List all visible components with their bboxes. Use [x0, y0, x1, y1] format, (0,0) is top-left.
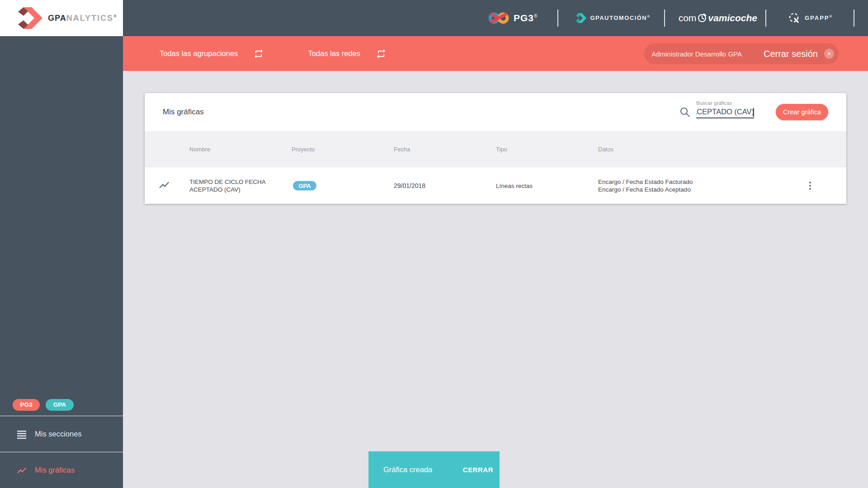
column-header-tipo: Tipo	[496, 145, 507, 152]
gpautomocion-logo[interactable]: GPAUTOMOCIÓN®	[576, 13, 650, 23]
page-title: Mis gráficas	[163, 108, 204, 117]
sidebar-item-mis-secciones[interactable]: Mis secciones	[0, 416, 123, 452]
comprovamicoche-logo[interactable]: com vamicoche	[679, 13, 757, 23]
search-field-label: Buscar gráficas	[696, 100, 754, 106]
logo-reg: ®	[113, 14, 117, 19]
comprova-post: vamicoche	[708, 13, 757, 23]
current-user-label: Administrador Desarrollo GPA	[651, 50, 742, 58]
row-type: Líneas rectas	[496, 182, 533, 189]
logo-bold: GPA	[48, 14, 66, 23]
menu-lines-icon	[16, 429, 27, 440]
gpautomocion-label: GPAUTOMOCIÓN®	[590, 14, 650, 21]
header-divider	[854, 9, 854, 27]
sidebar-item-label: Mis gráficas	[35, 466, 75, 474]
search-input-value: ACEPTADO (CAV)	[696, 108, 754, 116]
gpapp-label: GPAPP®	[805, 14, 833, 21]
text-caret	[753, 108, 754, 117]
line-chart-icon	[16, 465, 27, 476]
sidebar-item-label: Mis secciones	[35, 430, 82, 438]
logo-light: NALYTICS	[66, 14, 113, 23]
sidebar-badges: PG3 GPA	[0, 394, 123, 416]
swap-networks-icon[interactable]	[376, 48, 387, 59]
clock-icon	[697, 13, 707, 23]
groupings-filter[interactable]: Todas las agrupaciones	[160, 49, 238, 58]
charts-card: Mis gráficas Buscar gráficas ACEPTADO (C…	[145, 93, 846, 204]
create-chart-button[interactable]: Crear gráfica	[776, 104, 828, 120]
snackbar-message: Gráfica creada	[383, 465, 432, 474]
column-header-nombre: Nombre	[189, 145, 210, 152]
app-header: PG3® GPAUTOMOCIÓN® com vamicoche	[123, 0, 868, 36]
project-badge: GPA	[293, 181, 316, 190]
gpapp-magnifier-icon	[788, 12, 801, 24]
search-icon[interactable]	[679, 106, 691, 118]
table-header: Nombre Proyecto Fecha Tipo Datos	[145, 131, 846, 167]
session-pill: Administrador Desarrollo GPA Cerrar sesi…	[644, 43, 839, 64]
row-project: GPA	[293, 181, 316, 190]
gpapp-logo[interactable]: GPAPP®	[788, 12, 833, 24]
filter-bar: Todas las agrupaciones Todas las redes A…	[123, 36, 868, 71]
comprova-pre: com	[679, 13, 697, 23]
column-header-proyecto: Proyecto	[292, 145, 315, 152]
header-divider	[664, 9, 665, 27]
row-menu-kebab-icon[interactable]	[807, 180, 813, 192]
snackbar-close-button[interactable]: CERRAR	[463, 466, 493, 474]
row-data: Encargo / Fecha Estado Facturado Encargo…	[598, 178, 693, 193]
column-header-datos: Datos	[598, 145, 613, 152]
logout-close-icon[interactable]: ✕	[824, 49, 834, 59]
sidebar-bottom: PG3 GPA Mis secciones Mis gráficas	[0, 394, 123, 488]
sidebar: PG3 GPA Mis secciones Mis gráficas	[0, 36, 123, 488]
row-date: 29/01/2018	[394, 182, 425, 189]
header-logo-strip: PG3® GPAUTOMOCIÓN® com vamicoche	[488, 0, 868, 36]
search-input[interactable]: ACEPTADO (CAV)	[696, 108, 754, 118]
pg3-label: PG3®	[514, 13, 538, 23]
pg3-badge[interactable]: PG3	[13, 399, 40, 411]
card-header: Mis gráficas Buscar gráficas ACEPTADO (C…	[145, 93, 846, 131]
networks-filter[interactable]: Todas las redes	[308, 49, 360, 58]
pg3-logo[interactable]: PG3®	[488, 11, 538, 25]
gpanalytics-logo: GPANALYTICS®	[0, 0, 123, 36]
gpautomocion-arrow-icon	[576, 13, 586, 23]
search-field: Buscar gráficas ACEPTADO (CAV)	[696, 100, 754, 118]
row-name: TIEMPO DE CICLO FECHA ACEPTADO (CAV)	[189, 178, 266, 193]
header-divider	[765, 9, 766, 27]
gpanalytics-arrow-icon	[17, 6, 42, 30]
chart-type-icon	[158, 179, 170, 192]
snackbar: Gráfica creada CERRAR	[368, 451, 500, 488]
sidebar-item-mis-graficas[interactable]: Mis gráficas	[0, 452, 123, 488]
logout-button[interactable]: Cerrar sesión	[764, 49, 818, 59]
swap-groupings-icon[interactable]	[253, 48, 264, 59]
gpa-badge[interactable]: GPA	[46, 399, 74, 411]
search-group: Buscar gráficas ACEPTADO (CAV) Crear grá…	[679, 103, 828, 121]
column-header-fecha: Fecha	[394, 145, 410, 152]
table-row[interactable]: TIEMPO DE CICLO FECHA ACEPTADO (CAV) GPA…	[145, 167, 846, 204]
header-divider	[557, 9, 558, 27]
pg3-infinity-icon	[488, 11, 509, 25]
gpanalytics-wordmark: GPANALYTICS®	[48, 14, 117, 23]
